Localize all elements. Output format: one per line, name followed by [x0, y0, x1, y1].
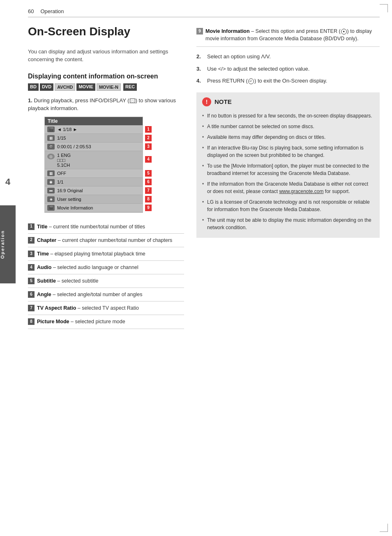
two-col-layout: On-Screen Display You can display and ad…: [28, 25, 380, 329]
right-steps: 2. Select an option using Λ/V. 3. Use </…: [196, 53, 380, 85]
step-3-text: Use </> to adjust the selected option va…: [207, 65, 309, 73]
badge-rec: REC: [123, 83, 137, 91]
item-badge-1: 1: [28, 223, 35, 230]
osd-icon-chapter: ▦: [47, 135, 55, 141]
note-item-1: If no button is pressed for a few second…: [202, 110, 374, 121]
item-text-7: TV Aspect Ratio – selected TV aspect Rat…: [37, 304, 139, 312]
osd-text-4: 1 ENG □□□ 5.1CH: [57, 153, 140, 168]
osd-text-5: OFF: [57, 171, 140, 176]
item-badge-2: 2: [28, 237, 35, 244]
item-entry-7: 7 TV Aspect Ratio – selected TV aspect R…: [28, 301, 184, 315]
note-item-6: If the information from the Gracenote Me…: [202, 179, 374, 197]
sub-title: Displaying content information on-screen: [28, 73, 184, 80]
badge-movie-n: MOVIE-N: [97, 83, 121, 91]
item-text-3: Time – elapsed playing time/total playba…: [37, 250, 145, 258]
enter-icon: ●: [341, 29, 347, 35]
osd-text-6: 1/1: [57, 179, 140, 184]
disc-badges: BD DVD AVCHD MOVIE MOVIE-N REC: [28, 83, 184, 91]
page-header: 60 Operation: [28, 8, 380, 17]
item-text-8: Picture Mode – selected picture mode: [37, 318, 125, 325]
item-list: 1 Title – current title number/total num…: [28, 220, 184, 329]
note-header: ! NOTE: [202, 97, 374, 106]
step-4-text: Press RETURN (↩) to exit the On-Screen d…: [207, 77, 327, 85]
osd-screen: Title 🎬 ◄ 1/18 ► 1 ▦ 1/15: [44, 117, 143, 213]
item-text-2: Chapter – current chapter number/total n…: [37, 237, 172, 244]
step-4-num: 4.: [196, 77, 204, 85]
step-3-num: 3.: [196, 65, 204, 73]
osd-icon-time: ⏱: [47, 144, 55, 150]
page-container: 4 Operation 60 Operation On-Screen Displ…: [0, 0, 392, 536]
step-1: 1. During playback, press INFO/DISPLAY (…: [28, 97, 184, 113]
osd-badge-8: 8: [145, 196, 152, 202]
item-entry-2: 2 Chapter – current chapter number/total…: [28, 234, 184, 247]
note-item-2: A title number cannot be selected on som…: [202, 121, 374, 132]
osd-badge-1: 1: [145, 126, 152, 133]
item-badge-6: 6: [28, 291, 35, 298]
osd-badge-2: 2: [145, 135, 152, 141]
osd-row-9: 🎬 Movie Information 9: [45, 204, 143, 212]
item-badge-5: 5: [28, 278, 35, 284]
step-2-text: Select an option using Λ/V.: [207, 53, 271, 61]
item-entry-1: 1 Title – current title number/total num…: [28, 220, 184, 234]
badge-bd: BD: [28, 83, 39, 91]
gracenote-link: www.gracenote.com: [279, 189, 323, 194]
return-icon: ↩: [248, 78, 254, 84]
osd-title-bar: Title: [45, 117, 143, 125]
info-display-icon: □: [130, 99, 135, 103]
osd-badge-6: 6: [145, 179, 152, 185]
item-badge-8: 8: [28, 318, 35, 325]
osd-text-3: 0:00:01 / 2:05:53: [57, 144, 140, 149]
sidebar-chapter-label: Operation: [0, 205, 16, 283]
item-badge-7: 7: [28, 305, 35, 311]
item-entry-4: 4 Audio – selected audio language or cha…: [28, 261, 184, 274]
osd-row-2: ▦ 1/15 2: [45, 134, 143, 143]
right-step-2: 2. Select an option using Λ/V.: [196, 53, 380, 61]
intro-text: You can display and adjust various infor…: [28, 48, 184, 64]
item-badge-3: 3: [28, 251, 35, 257]
item-entry-5: 5 Subtitle – selected subtitle: [28, 274, 184, 288]
corner-mark-br: [380, 524, 388, 532]
page-number: 60: [28, 8, 34, 14]
osd-badge-7: 7: [145, 187, 152, 194]
item-entry-3: 3 Time – elapsed playing time/total play…: [28, 247, 184, 261]
item-text-9: Movie Information – Select this option a…: [205, 28, 380, 42]
osd-icon-audio: ◎: [47, 154, 55, 159]
osd-rows: 🎬 ◄ 1/18 ► 1 ▦ 1/15 2: [45, 125, 143, 212]
badge-avchd: AVCHD: [55, 83, 75, 91]
right-step-4: 4. Press RETURN (↩) to exit the On-Scree…: [196, 77, 380, 85]
item-text-6: Angle – selected angle/total number of a…: [37, 291, 142, 298]
main-content: 60 Operation On-Screen Display You can d…: [16, 0, 392, 341]
osd-icon-title: 🎬: [47, 127, 55, 132]
osd-badge-9: 9: [145, 205, 152, 211]
note-title: NOTE: [214, 98, 232, 105]
step-2-num: 2.: [196, 53, 204, 61]
osd-row-4: ◎ 1 ENG □□□ 5.1CH 4: [45, 151, 143, 169]
item-badge-9: 9: [196, 28, 203, 35]
item-text-1: Title – current title number/total numbe…: [37, 223, 145, 230]
osd-row-1: 🎬 ◄ 1/18 ► 1: [45, 125, 143, 134]
section-title: On-Screen Display: [28, 25, 184, 39]
item-entry-6: 6 Angle – selected angle/total number of…: [28, 288, 184, 301]
right-step-3: 3. Use </> to adjust the selected option…: [196, 65, 380, 73]
right-column: 9 Movie Information – Select this option…: [196, 25, 380, 329]
osd-text-9: Movie Information: [57, 205, 140, 210]
osd-badge-4: 4: [145, 156, 152, 163]
badge-dvd: DVD: [40, 83, 53, 91]
badge-movie: MOVIE: [76, 83, 95, 91]
item-badge-4: 4: [28, 264, 35, 271]
osd-badge-3: 3: [145, 143, 152, 150]
note-icon: !: [202, 97, 211, 106]
note-item-7: LG is a licensee of Gracenote technology…: [202, 197, 374, 215]
sidebar: 4 Operation: [0, 0, 16, 536]
osd-icon-movie-info: 🎬: [47, 205, 55, 211]
osd-row-3: ⏱ 0:00:01 / 2:05:53 3: [45, 143, 143, 151]
item-entry-9: 9 Movie Information – Select this option…: [196, 25, 380, 47]
osd-icon-subtitle: ▦: [47, 170, 55, 176]
note-item-3: Available items may differ depending on …: [202, 132, 374, 143]
left-column: On-Screen Display You can display and ad…: [28, 25, 184, 329]
note-items: If no button is pressed for a few second…: [202, 110, 374, 233]
osd-row-7: ▬ 16:9 Original 7: [45, 186, 143, 195]
chapter-number: 4: [5, 177, 10, 187]
item-text-4: Audio – selected audio language or chann…: [37, 264, 138, 271]
item-text-5: Subtitle – selected subtitle: [37, 277, 98, 285]
